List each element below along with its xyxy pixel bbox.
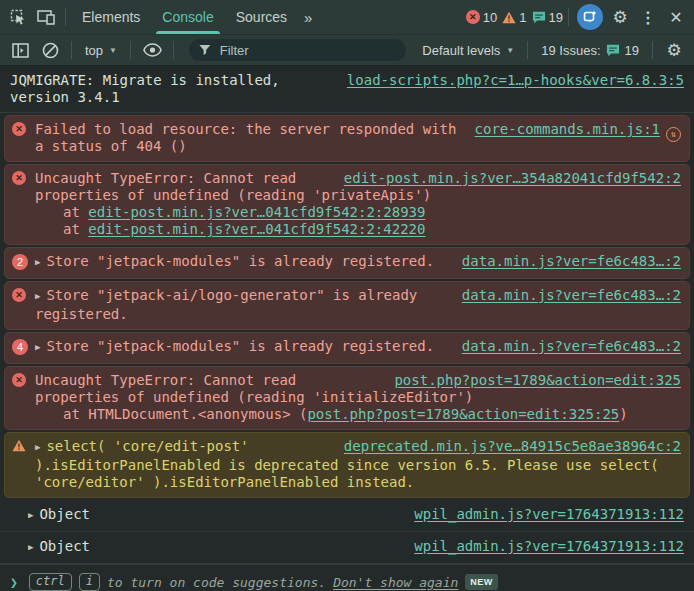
console-message-log: load-scripts.php?c=1…p-hooks&ver=6.8.3:5… <box>0 66 694 113</box>
stack-frame: at HTMLDocument.<anonymous> (post.php?po… <box>35 406 681 423</box>
console-message-error: 4data.min.js?ver=fe6c483…:2▶Store "jetpa… <box>4 332 690 364</box>
live-expression-eye-icon[interactable] <box>138 36 166 64</box>
error-icon: ✕ <box>12 288 26 302</box>
message-source: edit-post.min.js?ver…354a82041cfd9f542:2 <box>344 170 681 187</box>
log-levels-dropdown[interactable]: Default levels ▼ <box>416 43 520 58</box>
source-link[interactable]: core-commands.min.js:1 <box>475 121 660 137</box>
keycap-ctrl: ctrl <box>29 573 72 591</box>
chevron-down-icon: ▼ <box>109 46 117 55</box>
new-badge: NEW <box>465 574 498 590</box>
error-count[interactable]: ✕ 10 <box>466 10 497 25</box>
message-text: Store "jetpack-modules" is already regis… <box>46 338 434 354</box>
network-request-icon[interactable]: ⇅ <box>666 127 681 142</box>
console-prompt[interactable]: ❯ ctrl i to turn on code suggestions. Do… <box>0 564 694 591</box>
prompt-chevron-icon: ❯ <box>10 575 18 590</box>
message-count-value: 19 <box>549 10 563 25</box>
divider <box>652 41 653 59</box>
console-message-log: wpil_admin.js?ver=1764371913:112▶Object <box>0 532 694 564</box>
close-devtools-icon[interactable]: ✕ <box>662 3 690 31</box>
warning-count[interactable]: 1 <box>502 10 526 25</box>
clear-console-icon[interactable] <box>36 36 64 64</box>
stack-frame: at edit-post.min.js?ver…041cfd9f542:2:28… <box>35 204 681 221</box>
divider <box>527 41 528 59</box>
repeat-count-badge: 4 <box>12 339 28 355</box>
devtools-tab-bar: Elements Console Sources » ✕ 10 1 <box>0 0 694 34</box>
capture-tool-icon <box>583 10 597 24</box>
expand-arrow-icon[interactable]: ▶ <box>35 254 40 271</box>
divider <box>568 8 569 26</box>
console-settings-gear-icon[interactable]: ⚙ <box>660 36 688 64</box>
stack-frame: at edit-post.min.js?ver…041cfd9f542:2:42… <box>35 221 681 238</box>
message-text: Object <box>39 538 90 554</box>
expand-arrow-icon[interactable]: ▶ <box>28 507 33 524</box>
expand-arrow-icon[interactable]: ▶ <box>35 439 40 456</box>
source-link[interactable]: edit-post.min.js?ver…041cfd9f542:2:28939 <box>88 204 425 220</box>
error-count-value: 10 <box>483 10 497 25</box>
message-text: Object <box>39 506 90 522</box>
source-link[interactable]: data.min.js?ver=fe6c483…:2 <box>462 287 681 303</box>
console-message-error: ✕data.min.js?ver=fe6c483…:2▶Store "jetpa… <box>4 281 690 330</box>
divider <box>130 41 131 59</box>
divider <box>71 41 72 59</box>
log-levels-value: Default levels <box>422 43 500 58</box>
source-link[interactable]: edit-post.min.js?ver…354a82041cfd9f542:2 <box>344 170 681 186</box>
message-source: wpil_admin.js?ver=1764371913:112 <box>414 538 684 555</box>
tab-elements[interactable]: Elements <box>71 0 151 34</box>
expand-arrow-icon[interactable]: ▶ <box>35 288 40 305</box>
device-toolbar-icon[interactable] <box>32 3 60 31</box>
console-message-error: ✕core-commands.min.js:1⇅Failed to load r… <box>4 115 690 162</box>
message-source: data.min.js?ver=fe6c483…:2 <box>462 338 681 355</box>
issues-counter[interactable]: 19 Issues: 19 <box>535 43 645 58</box>
code-suggestions-hint: to turn on code suggestions. <box>107 575 326 590</box>
message-bubble-icon <box>532 11 546 24</box>
error-icon: ✕ <box>12 171 26 185</box>
warning-icon <box>502 11 516 24</box>
filter-box[interactable] <box>189 39 406 61</box>
filter-input[interactable] <box>218 42 397 59</box>
warning-count-value: 1 <box>519 10 526 25</box>
chevron-down-icon: ▼ <box>506 46 514 55</box>
context-selector-dropdown[interactable]: top ▼ <box>79 43 123 58</box>
source-link[interactable]: load-scripts.php?c=1…p-hooks&ver=6.8.3:5 <box>347 72 684 88</box>
tab-sources[interactable]: Sources <box>225 0 298 34</box>
console-toolbar: top ▼ Default levels ▼ 19 Issues: <box>0 34 694 66</box>
console-message-log: wpil_admin.js?ver=1764371913:112▶Object <box>0 500 694 532</box>
console-message-error: ✕edit-post.min.js?ver…354a82041cfd9f542:… <box>4 164 690 245</box>
source-link[interactable]: data.min.js?ver=fe6c483…:2 <box>462 338 681 354</box>
issues-label: 19 Issues: <box>541 43 600 58</box>
warning-icon <box>12 439 26 452</box>
console-sidebar-toggle-icon[interactable] <box>6 36 34 64</box>
message-source: wpil_admin.js?ver=1764371913:112 <box>414 506 684 523</box>
message-text: JQMIGRATE: Migrate is installed, version… <box>10 72 280 105</box>
source-link[interactable]: wpil_admin.js?ver=1764371913:112 <box>414 506 684 522</box>
source-link[interactable]: data.min.js?ver=fe6c483…:2 <box>462 253 681 269</box>
devtools-window: Elements Console Sources » ✕ 10 1 <box>0 0 694 591</box>
message-text: Store "jetpack-ai/logo-generator" is alr… <box>35 287 417 322</box>
message-count[interactable]: 19 <box>532 10 563 25</box>
console-pane: load-scripts.php?c=1…p-hooks&ver=6.8.3:5… <box>0 66 694 591</box>
dismiss-hint-link[interactable]: Don't show again <box>333 575 458 590</box>
extension-button[interactable] <box>577 4 603 30</box>
repeat-count-badge: 2 <box>12 254 28 270</box>
console-messages: load-scripts.php?c=1…p-hooks&ver=6.8.3:5… <box>0 66 694 564</box>
settings-gear-icon[interactable]: ⚙ <box>606 3 634 31</box>
divider <box>173 41 174 59</box>
expand-arrow-icon[interactable]: ▶ <box>35 339 40 356</box>
expand-arrow-icon[interactable]: ▶ <box>28 539 33 556</box>
more-tabs-icon[interactable]: » <box>298 9 318 26</box>
message-source: deprecated.min.js?ve…84915c5e8ae38964c:2 <box>344 438 681 455</box>
message-source: load-scripts.php?c=1…p-hooks&ver=6.8.3:5 <box>347 72 684 89</box>
source-link[interactable]: edit-post.min.js?ver…041cfd9f542:2:42220 <box>88 221 425 237</box>
message-source: data.min.js?ver=fe6c483…:2 <box>462 287 681 304</box>
more-options-icon[interactable]: ⋮ <box>634 3 662 31</box>
source-link[interactable]: wpil_admin.js?ver=1764371913:112 <box>414 538 684 554</box>
inspect-element-icon[interactable] <box>4 3 32 31</box>
source-link[interactable]: post.php?post=1789&action=edit:325:25 <box>307 406 619 422</box>
tab-console[interactable]: Console <box>151 0 224 34</box>
filter-funnel-icon <box>199 44 211 56</box>
divider <box>65 8 66 26</box>
source-link[interactable]: deprecated.min.js?ve…84915c5e8ae38964c:2 <box>344 438 681 454</box>
context-selector-value: top <box>85 43 103 58</box>
source-link[interactable]: post.php?post=1789&action=edit:325 <box>394 372 681 388</box>
error-icon: ✕ <box>466 10 480 24</box>
